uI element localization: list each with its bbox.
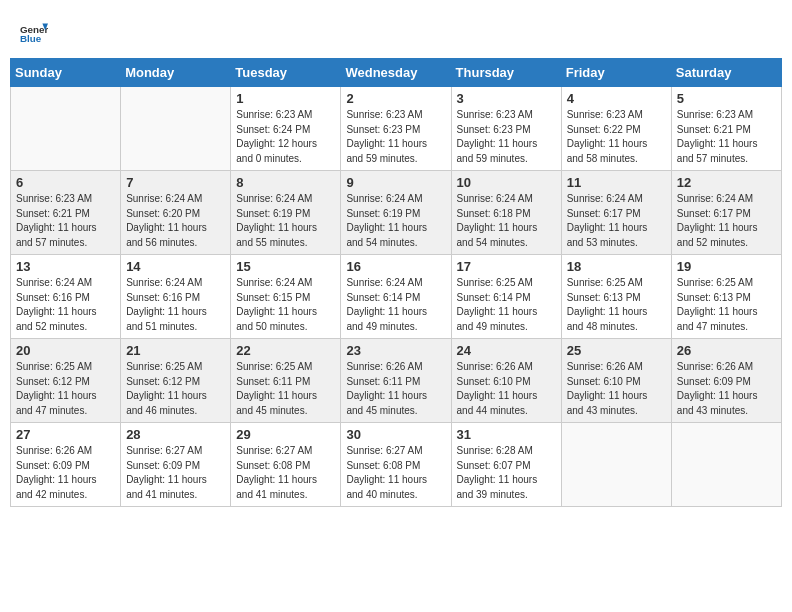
day-number: 11: [567, 175, 666, 190]
day-number: 2: [346, 91, 445, 106]
day-info: Sunrise: 6:25 AMSunset: 6:13 PMDaylight:…: [567, 276, 666, 334]
day-number: 7: [126, 175, 225, 190]
day-number: 3: [457, 91, 556, 106]
calendar-cell: 9Sunrise: 6:24 AMSunset: 6:19 PMDaylight…: [341, 171, 451, 255]
day-number: 28: [126, 427, 225, 442]
weekday-header-row: SundayMondayTuesdayWednesdayThursdayFrid…: [11, 59, 782, 87]
weekday-header-tuesday: Tuesday: [231, 59, 341, 87]
calendar-week-1: 1Sunrise: 6:23 AMSunset: 6:24 PMDaylight…: [11, 87, 782, 171]
calendar-cell: 19Sunrise: 6:25 AMSunset: 6:13 PMDayligh…: [671, 255, 781, 339]
calendar-cell: 6Sunrise: 6:23 AMSunset: 6:21 PMDaylight…: [11, 171, 121, 255]
calendar-cell: 2Sunrise: 6:23 AMSunset: 6:23 PMDaylight…: [341, 87, 451, 171]
calendar-cell: [561, 423, 671, 507]
calendar-cell: 8Sunrise: 6:24 AMSunset: 6:19 PMDaylight…: [231, 171, 341, 255]
day-number: 27: [16, 427, 115, 442]
calendar-week-5: 27Sunrise: 6:26 AMSunset: 6:09 PMDayligh…: [11, 423, 782, 507]
day-number: 13: [16, 259, 115, 274]
day-info: Sunrise: 6:26 AMSunset: 6:11 PMDaylight:…: [346, 360, 445, 418]
day-info: Sunrise: 6:25 AMSunset: 6:11 PMDaylight:…: [236, 360, 335, 418]
calendar-cell: 17Sunrise: 6:25 AMSunset: 6:14 PMDayligh…: [451, 255, 561, 339]
day-number: 31: [457, 427, 556, 442]
calendar-table: SundayMondayTuesdayWednesdayThursdayFrid…: [10, 58, 782, 507]
calendar-cell: 5Sunrise: 6:23 AMSunset: 6:21 PMDaylight…: [671, 87, 781, 171]
day-info: Sunrise: 6:26 AMSunset: 6:10 PMDaylight:…: [567, 360, 666, 418]
day-info: Sunrise: 6:23 AMSunset: 6:22 PMDaylight:…: [567, 108, 666, 166]
day-info: Sunrise: 6:27 AMSunset: 6:08 PMDaylight:…: [236, 444, 335, 502]
day-number: 18: [567, 259, 666, 274]
calendar-cell: 31Sunrise: 6:28 AMSunset: 6:07 PMDayligh…: [451, 423, 561, 507]
day-info: Sunrise: 6:25 AMSunset: 6:14 PMDaylight:…: [457, 276, 556, 334]
day-info: Sunrise: 6:23 AMSunset: 6:21 PMDaylight:…: [16, 192, 115, 250]
calendar-cell: 30Sunrise: 6:27 AMSunset: 6:08 PMDayligh…: [341, 423, 451, 507]
calendar-cell: 15Sunrise: 6:24 AMSunset: 6:15 PMDayligh…: [231, 255, 341, 339]
calendar-cell: 21Sunrise: 6:25 AMSunset: 6:12 PMDayligh…: [121, 339, 231, 423]
day-info: Sunrise: 6:27 AMSunset: 6:09 PMDaylight:…: [126, 444, 225, 502]
day-number: 8: [236, 175, 335, 190]
calendar-cell: 1Sunrise: 6:23 AMSunset: 6:24 PMDaylight…: [231, 87, 341, 171]
day-number: 29: [236, 427, 335, 442]
day-number: 25: [567, 343, 666, 358]
calendar-cell: 14Sunrise: 6:24 AMSunset: 6:16 PMDayligh…: [121, 255, 231, 339]
weekday-header-saturday: Saturday: [671, 59, 781, 87]
calendar-cell: 24Sunrise: 6:26 AMSunset: 6:10 PMDayligh…: [451, 339, 561, 423]
calendar-cell: [121, 87, 231, 171]
calendar-cell: 26Sunrise: 6:26 AMSunset: 6:09 PMDayligh…: [671, 339, 781, 423]
day-info: Sunrise: 6:24 AMSunset: 6:19 PMDaylight:…: [346, 192, 445, 250]
day-info: Sunrise: 6:25 AMSunset: 6:13 PMDaylight:…: [677, 276, 776, 334]
calendar-cell: 25Sunrise: 6:26 AMSunset: 6:10 PMDayligh…: [561, 339, 671, 423]
day-number: 21: [126, 343, 225, 358]
calendar-week-4: 20Sunrise: 6:25 AMSunset: 6:12 PMDayligh…: [11, 339, 782, 423]
day-number: 6: [16, 175, 115, 190]
day-number: 26: [677, 343, 776, 358]
day-number: 23: [346, 343, 445, 358]
logo-icon: General Blue: [20, 20, 48, 48]
day-number: 1: [236, 91, 335, 106]
day-number: 30: [346, 427, 445, 442]
calendar-cell: 4Sunrise: 6:23 AMSunset: 6:22 PMDaylight…: [561, 87, 671, 171]
day-info: Sunrise: 6:24 AMSunset: 6:17 PMDaylight:…: [677, 192, 776, 250]
calendar-cell: 29Sunrise: 6:27 AMSunset: 6:08 PMDayligh…: [231, 423, 341, 507]
weekday-header-friday: Friday: [561, 59, 671, 87]
calendar-cell: 23Sunrise: 6:26 AMSunset: 6:11 PMDayligh…: [341, 339, 451, 423]
day-info: Sunrise: 6:24 AMSunset: 6:14 PMDaylight:…: [346, 276, 445, 334]
calendar-cell: [671, 423, 781, 507]
day-number: 15: [236, 259, 335, 274]
weekday-header-wednesday: Wednesday: [341, 59, 451, 87]
day-info: Sunrise: 6:24 AMSunset: 6:19 PMDaylight:…: [236, 192, 335, 250]
day-info: Sunrise: 6:24 AMSunset: 6:17 PMDaylight:…: [567, 192, 666, 250]
day-number: 17: [457, 259, 556, 274]
page-header: General Blue: [10, 10, 782, 53]
day-info: Sunrise: 6:26 AMSunset: 6:09 PMDaylight:…: [16, 444, 115, 502]
day-info: Sunrise: 6:25 AMSunset: 6:12 PMDaylight:…: [126, 360, 225, 418]
day-info: Sunrise: 6:24 AMSunset: 6:20 PMDaylight:…: [126, 192, 225, 250]
weekday-header-thursday: Thursday: [451, 59, 561, 87]
calendar-week-2: 6Sunrise: 6:23 AMSunset: 6:21 PMDaylight…: [11, 171, 782, 255]
calendar-cell: 11Sunrise: 6:24 AMSunset: 6:17 PMDayligh…: [561, 171, 671, 255]
calendar-cell: 20Sunrise: 6:25 AMSunset: 6:12 PMDayligh…: [11, 339, 121, 423]
calendar-cell: 12Sunrise: 6:24 AMSunset: 6:17 PMDayligh…: [671, 171, 781, 255]
day-number: 12: [677, 175, 776, 190]
calendar-cell: 7Sunrise: 6:24 AMSunset: 6:20 PMDaylight…: [121, 171, 231, 255]
day-info: Sunrise: 6:28 AMSunset: 6:07 PMDaylight:…: [457, 444, 556, 502]
calendar-cell: 10Sunrise: 6:24 AMSunset: 6:18 PMDayligh…: [451, 171, 561, 255]
calendar-cell: [11, 87, 121, 171]
calendar-cell: 18Sunrise: 6:25 AMSunset: 6:13 PMDayligh…: [561, 255, 671, 339]
day-number: 19: [677, 259, 776, 274]
day-number: 4: [567, 91, 666, 106]
calendar-cell: 22Sunrise: 6:25 AMSunset: 6:11 PMDayligh…: [231, 339, 341, 423]
day-info: Sunrise: 6:24 AMSunset: 6:18 PMDaylight:…: [457, 192, 556, 250]
day-info: Sunrise: 6:23 AMSunset: 6:21 PMDaylight:…: [677, 108, 776, 166]
day-number: 16: [346, 259, 445, 274]
day-number: 9: [346, 175, 445, 190]
calendar-cell: 13Sunrise: 6:24 AMSunset: 6:16 PMDayligh…: [11, 255, 121, 339]
day-info: Sunrise: 6:24 AMSunset: 6:16 PMDaylight:…: [126, 276, 225, 334]
calendar-cell: 3Sunrise: 6:23 AMSunset: 6:23 PMDaylight…: [451, 87, 561, 171]
calendar-week-3: 13Sunrise: 6:24 AMSunset: 6:16 PMDayligh…: [11, 255, 782, 339]
day-number: 14: [126, 259, 225, 274]
logo: General Blue: [20, 20, 48, 48]
day-info: Sunrise: 6:23 AMSunset: 6:24 PMDaylight:…: [236, 108, 335, 166]
day-info: Sunrise: 6:23 AMSunset: 6:23 PMDaylight:…: [346, 108, 445, 166]
day-number: 20: [16, 343, 115, 358]
day-info: Sunrise: 6:24 AMSunset: 6:16 PMDaylight:…: [16, 276, 115, 334]
day-info: Sunrise: 6:25 AMSunset: 6:12 PMDaylight:…: [16, 360, 115, 418]
